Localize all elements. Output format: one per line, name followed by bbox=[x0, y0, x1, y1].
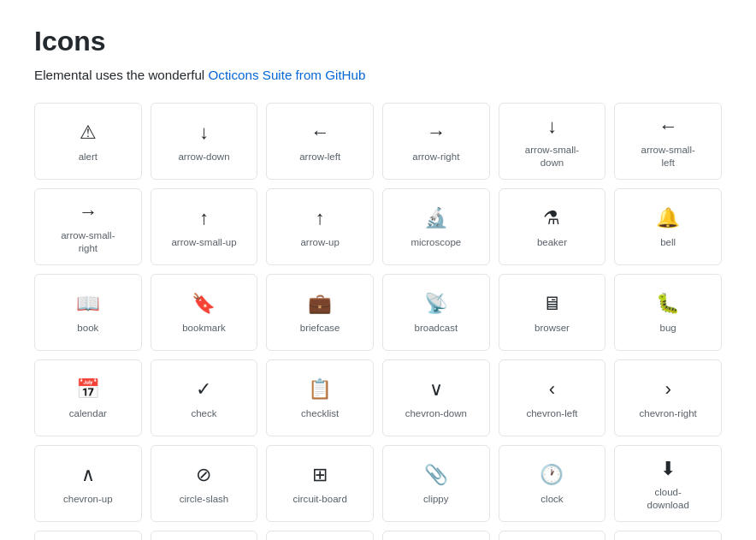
icon-card-cloud-upload[interactable]: ⬆cloud-upload bbox=[34, 531, 142, 540]
alert-label: alert bbox=[79, 151, 97, 163]
icon-card-color-mode[interactable]: ◑color-mode bbox=[266, 531, 374, 540]
beaker-label: beaker bbox=[537, 236, 567, 249]
chevron-down-label: chevron-down bbox=[405, 407, 467, 420]
arrow-small-right-icon: → bbox=[79, 202, 97, 223]
beaker-icon: ⚗ bbox=[543, 209, 560, 229]
bookmark-icon: 🔖 bbox=[192, 294, 216, 315]
icon-card-book[interactable]: 📖book bbox=[34, 274, 142, 351]
chevron-up-icon: ∧ bbox=[81, 466, 95, 486]
check-label: check bbox=[191, 407, 216, 420]
bug-icon: 🐛 bbox=[656, 294, 680, 315]
chevron-down-icon: ∨ bbox=[429, 380, 443, 401]
broadcast-icon: 📡 bbox=[424, 294, 448, 315]
icon-card-check[interactable]: ✓check bbox=[151, 359, 258, 436]
briefcase-label: briefcase bbox=[300, 322, 340, 335]
bell-label: bell bbox=[660, 236, 676, 249]
icon-card-browser[interactable]: 🖥browser bbox=[499, 274, 606, 351]
icon-card-broadcast[interactable]: 📡broadcast bbox=[382, 274, 490, 351]
clock-label: clock bbox=[540, 493, 563, 506]
arrow-small-left-label: arrow-small- left bbox=[641, 144, 694, 169]
circuit-board-label: circuit-board bbox=[292, 493, 346, 506]
icon-card-arrow-left[interactable]: ←arrow-left bbox=[266, 103, 374, 180]
bell-icon: 🔔 bbox=[656, 209, 680, 229]
icon-card-clock[interactable]: 🕐clock bbox=[499, 445, 606, 522]
icon-card-alert[interactable]: ⚠alert bbox=[34, 103, 142, 180]
arrow-down-icon: ↓ bbox=[199, 123, 209, 144]
icon-card-bug[interactable]: 🐛bug bbox=[614, 274, 722, 351]
icon-card-chevron-down[interactable]: ∨chevron-down bbox=[382, 359, 490, 436]
icon-card-arrow-down[interactable]: ↓arrow-down bbox=[151, 103, 258, 180]
clippy-label: clippy bbox=[423, 493, 448, 506]
cloud-download-icon: ⬇ bbox=[660, 459, 676, 479]
icon-card-arrow-small-left[interactable]: ←arrow-small- left bbox=[614, 103, 722, 180]
check-icon: ✓ bbox=[196, 380, 211, 401]
arrow-small-up-label: arrow-small-up bbox=[171, 236, 236, 249]
icon-card-arrow-up[interactable]: ↑arrow-up bbox=[266, 188, 374, 265]
circuit-board-icon: ⊞ bbox=[312, 466, 328, 486]
arrow-right-icon: → bbox=[427, 123, 446, 144]
calendar-label: calendar bbox=[69, 407, 107, 420]
icon-card-bell[interactable]: 🔔bell bbox=[614, 188, 722, 265]
page-title: Icons bbox=[34, 26, 722, 57]
arrow-left-label: arrow-left bbox=[299, 151, 340, 163]
broadcast-label: broadcast bbox=[415, 322, 458, 335]
icon-card-comment[interactable]: 💬comment bbox=[499, 531, 606, 540]
circle-slash-icon: ⊘ bbox=[196, 466, 211, 486]
arrow-down-label: arrow-down bbox=[178, 151, 229, 163]
subtitle: Elemental uses the wonderful Octicons Su… bbox=[34, 68, 722, 82]
arrow-left-icon: ← bbox=[310, 123, 329, 144]
icon-card-comment-add[interactable]: 💬comment-add bbox=[382, 531, 490, 540]
icon-card-circle-slash[interactable]: ⊘circle-slash bbox=[151, 445, 258, 522]
icon-card-calendar[interactable]: 📅calendar bbox=[34, 359, 142, 436]
bug-label: bug bbox=[660, 322, 676, 335]
icon-card-chevron-left[interactable]: ‹chevron-left bbox=[499, 359, 606, 436]
icon-card-microscope[interactable]: 🔬microscope bbox=[382, 188, 490, 265]
alert-icon: ⚠ bbox=[80, 123, 97, 144]
calendar-icon: 📅 bbox=[76, 380, 100, 401]
chevron-left-label: chevron-left bbox=[526, 407, 577, 420]
cloud-download-label: cloud- download bbox=[647, 486, 689, 512]
icon-card-arrow-small-up[interactable]: ↑arrow-small-up bbox=[151, 188, 258, 265]
icons-grid: ⚠alert↓arrow-down←arrow-left→arrow-right… bbox=[34, 103, 722, 540]
icon-card-circuit-board[interactable]: ⊞circuit-board bbox=[266, 445, 374, 522]
arrow-small-down-label: arrow-small- down bbox=[525, 144, 579, 169]
icon-card-chevron-right[interactable]: ›chevron-right bbox=[614, 359, 722, 436]
microscope-label: microscope bbox=[410, 236, 461, 249]
arrow-small-down-icon: ↓ bbox=[547, 116, 557, 137]
icon-card-arrow-small-down[interactable]: ↓arrow-small- down bbox=[499, 103, 606, 180]
icon-card-arrow-right[interactable]: →arrow-right bbox=[382, 103, 490, 180]
checklist-icon: 📋 bbox=[308, 380, 332, 401]
icon-card-comment-discussion[interactable]: 💬comment- discussion bbox=[614, 531, 722, 540]
book-label: book bbox=[77, 322, 98, 335]
book-icon: 📖 bbox=[76, 294, 100, 315]
browser-label: browser bbox=[535, 322, 570, 335]
icon-card-briefcase[interactable]: 💼briefcase bbox=[266, 274, 374, 351]
arrow-small-left-icon: ← bbox=[659, 116, 677, 137]
icon-card-bookmark[interactable]: 🔖bookmark bbox=[151, 274, 258, 351]
checklist-label: checklist bbox=[301, 407, 339, 420]
browser-icon: 🖥 bbox=[542, 294, 561, 315]
icon-card-chevron-up[interactable]: ∧chevron-up bbox=[34, 445, 142, 522]
icon-card-beaker[interactable]: ⚗beaker bbox=[499, 188, 606, 265]
icon-card-checklist[interactable]: 📋checklist bbox=[266, 359, 374, 436]
circle-slash-label: circle-slash bbox=[180, 493, 229, 506]
icon-card-clippy[interactable]: 📎clippy bbox=[382, 445, 490, 522]
bookmark-label: bookmark bbox=[182, 322, 226, 335]
clippy-icon: 📎 bbox=[424, 466, 448, 486]
chevron-left-icon: ‹ bbox=[549, 380, 555, 401]
briefcase-icon: 💼 bbox=[308, 294, 332, 315]
arrow-small-right-label: arrow-small- right bbox=[61, 229, 115, 255]
chevron-right-label: chevron-right bbox=[640, 407, 697, 420]
icon-card-cloud-download[interactable]: ⬇cloud- download bbox=[614, 445, 722, 522]
chevron-up-label: chevron-up bbox=[63, 493, 113, 506]
arrow-small-up-icon: ↑ bbox=[199, 209, 209, 229]
clock-icon: 🕐 bbox=[540, 466, 564, 486]
icon-card-arrow-small-right[interactable]: →arrow-small- right bbox=[34, 188, 142, 265]
icon-card-code[interactable]: ‹›code bbox=[151, 531, 258, 540]
arrow-up-label: arrow-up bbox=[300, 236, 339, 249]
octicons-link[interactable]: Octicons Suite from GitHub bbox=[208, 68, 365, 82]
microscope-icon: 🔬 bbox=[424, 209, 448, 229]
chevron-right-icon: › bbox=[664, 380, 670, 401]
arrow-right-label: arrow-right bbox=[412, 151, 459, 163]
arrow-up-icon: ↑ bbox=[316, 209, 325, 229]
